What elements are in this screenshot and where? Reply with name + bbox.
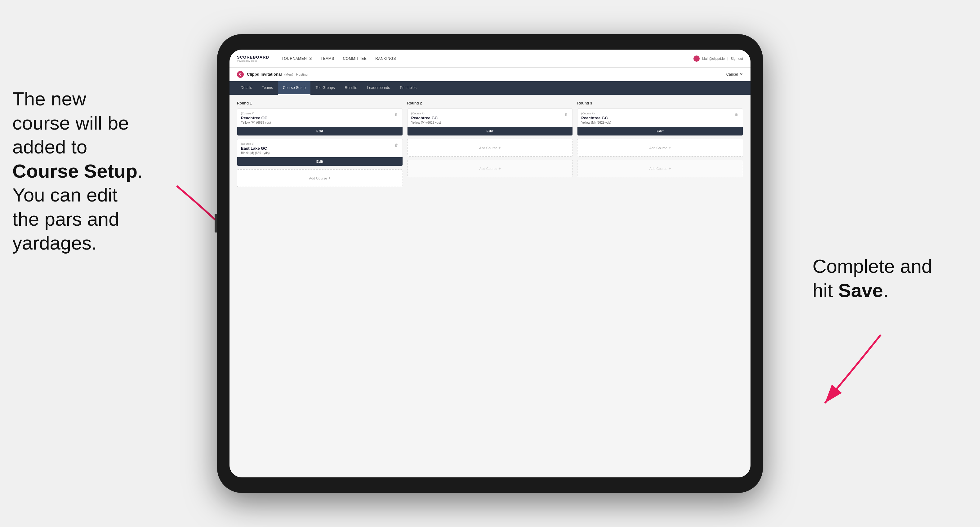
- delete-course-a-icon[interactable]: 🗑: [394, 112, 399, 117]
- top-navbar: SCOREBOARD Powered by clippd TOURNAMENTS…: [229, 49, 751, 68]
- round3-course-a-name: Peachtree GC: [581, 116, 611, 120]
- sub-header-right: Cancel ✕: [726, 72, 743, 76]
- tab-results[interactable]: Results: [340, 81, 362, 95]
- tab-bar: Details Teams Course Setup Tee Groups Re…: [229, 81, 751, 95]
- course-card-header: (Course A) Peachtree GC Yellow (M) (6629…: [241, 112, 399, 127]
- tablet-side-button: [215, 214, 217, 232]
- course-a-tag: (Course A): [241, 112, 271, 115]
- round2-course-a-details: Yellow (M) (6629 yds): [411, 121, 441, 124]
- right-annotation: Complete and hit Save.: [813, 254, 949, 302]
- delete-course-b-icon[interactable]: 🗑: [394, 142, 399, 148]
- round3-delete-icon[interactable]: 🗑: [734, 112, 739, 117]
- round3-add-course-1[interactable]: Add Course +: [577, 139, 743, 157]
- round-3-column: Round 3 (Course A) Peachtree GC Yellow (…: [577, 101, 743, 190]
- rounds-container: Round 1 (Course A) Peachtree GC Yellow (…: [237, 101, 743, 190]
- sub-header: C Clippd Invitational (Men) Hosting Canc…: [229, 68, 751, 81]
- round3-course-header: (Course A) Peachtree GC Yellow (M) (6629…: [581, 112, 739, 127]
- round3-course-a-tag: (Course A): [581, 112, 611, 115]
- edit-course-a-button[interactable]: Edit: [237, 127, 402, 135]
- tab-course-setup[interactable]: Course Setup: [278, 81, 310, 95]
- course-info: (Course A) Peachtree GC Yellow (M) (6629…: [241, 112, 271, 127]
- course-b-tag: (Course B): [241, 142, 269, 145]
- tab-tee-groups[interactable]: Tee Groups: [310, 81, 340, 95]
- nav-rankings[interactable]: RANKINGS: [375, 56, 396, 61]
- nav-right: blair@clippd.io | Sign out: [694, 56, 743, 62]
- round2-add-course-label: Add Course: [479, 146, 497, 150]
- course-a-name: Peachtree GC: [241, 116, 271, 120]
- course-b-header: (Course B) East Lake GC Black (M) (6891 …: [241, 142, 399, 157]
- round1-course-b-card: (Course B) East Lake GC Black (M) (6891 …: [237, 139, 403, 166]
- course-b-name: East Lake GC: [241, 146, 269, 151]
- nav-tournaments[interactable]: TOURNAMENTS: [282, 56, 312, 61]
- course-b-info: (Course B) East Lake GC Black (M) (6891 …: [241, 142, 269, 157]
- round-2-label: Round 2: [407, 101, 573, 105]
- tablet-screen: SCOREBOARD Powered by clippd TOURNAMENTS…: [229, 49, 751, 478]
- round2-add-icon-2: +: [498, 166, 501, 171]
- brand-sub: Powered by clippd: [237, 60, 269, 62]
- round-1-label: Round 1: [237, 101, 403, 105]
- course-b-details: Black (M) (6891 yds): [241, 151, 269, 155]
- round2-course-info: (Course A) Peachtree GC Yellow (M) (6629…: [411, 112, 441, 127]
- cancel-button[interactable]: ✕: [740, 72, 743, 76]
- nav-divider: |: [727, 57, 728, 60]
- tournament-title: Clippd Invitational: [247, 72, 282, 76]
- tournament-meta: (Men) Hosting: [285, 73, 308, 76]
- brand-title: SCOREBOARD: [237, 55, 269, 60]
- tab-leaderboards[interactable]: Leaderboards: [362, 81, 395, 95]
- edit-course-b-button[interactable]: Edit: [237, 157, 402, 166]
- tablet-frame: SCOREBOARD Powered by clippd TOURNAMENTS…: [217, 34, 763, 493]
- logo-circle: C: [237, 71, 244, 78]
- round3-add-course-label: Add Course: [649, 146, 667, 150]
- round1-add-course[interactable]: Add Course +: [237, 169, 403, 187]
- round2-add-icon: +: [498, 145, 501, 150]
- round-1-column: Round 1 (Course A) Peachtree GC Yellow (…: [237, 101, 403, 190]
- cancel-text[interactable]: Cancel: [726, 72, 738, 76]
- round2-add-course-label-2: Add Course: [479, 167, 497, 170]
- tab-teams[interactable]: Teams: [257, 81, 278, 95]
- round3-add-course-label-2: Add Course: [649, 167, 667, 170]
- sign-out-link[interactable]: Sign out: [731, 57, 743, 60]
- round2-course-header: (Course A) Peachtree GC Yellow (M) (6629…: [411, 112, 569, 127]
- round2-course-a-tag: (Course A): [411, 112, 441, 115]
- user-avatar: [694, 56, 700, 62]
- round3-edit-button[interactable]: Edit: [578, 127, 743, 135]
- round-2-column: Round 2 (Course A) Peachtree GC Yellow (…: [407, 101, 573, 190]
- nav-links: TOURNAMENTS TEAMS COMMITTEE RANKINGS: [282, 56, 694, 61]
- round2-delete-icon[interactable]: 🗑: [564, 112, 569, 117]
- round2-course-a-card: (Course A) Peachtree GC Yellow (M) (6629…: [407, 108, 573, 136]
- round2-add-course-1[interactable]: Add Course +: [407, 139, 573, 157]
- round-3-label: Round 3: [577, 101, 743, 105]
- round2-course-a-name: Peachtree GC: [411, 116, 441, 120]
- nav-committee[interactable]: COMMITTEE: [343, 56, 367, 61]
- round3-add-course-2: Add Course +: [577, 160, 743, 177]
- tab-printables[interactable]: Printables: [395, 81, 422, 95]
- tab-details[interactable]: Details: [236, 81, 257, 95]
- main-content: Round 1 (Course A) Peachtree GC Yellow (…: [229, 95, 751, 478]
- add-course-icon: +: [328, 176, 331, 181]
- course-a-details: Yellow (M) (6629 yds): [241, 121, 271, 124]
- round2-add-course-2: Add Course +: [407, 160, 573, 177]
- nav-brand: SCOREBOARD Powered by clippd: [237, 55, 269, 62]
- round3-course-info: (Course A) Peachtree GC Yellow (M) (6629…: [581, 112, 611, 127]
- round1-course-a-card: (Course A) Peachtree GC Yellow (M) (6629…: [237, 108, 403, 136]
- user-email: blair@clippd.io: [702, 57, 724, 60]
- add-course-label: Add Course: [309, 176, 327, 180]
- round2-edit-button[interactable]: Edit: [407, 127, 573, 135]
- round3-add-icon: +: [669, 145, 671, 150]
- round3-add-icon-2: +: [669, 166, 671, 171]
- nav-teams[interactable]: TEAMS: [321, 56, 334, 61]
- round3-course-a-card: (Course A) Peachtree GC Yellow (M) (6629…: [577, 108, 743, 136]
- right-arrow: [806, 329, 899, 415]
- round3-course-a-details: Yellow (M) (6629 yds): [581, 121, 611, 124]
